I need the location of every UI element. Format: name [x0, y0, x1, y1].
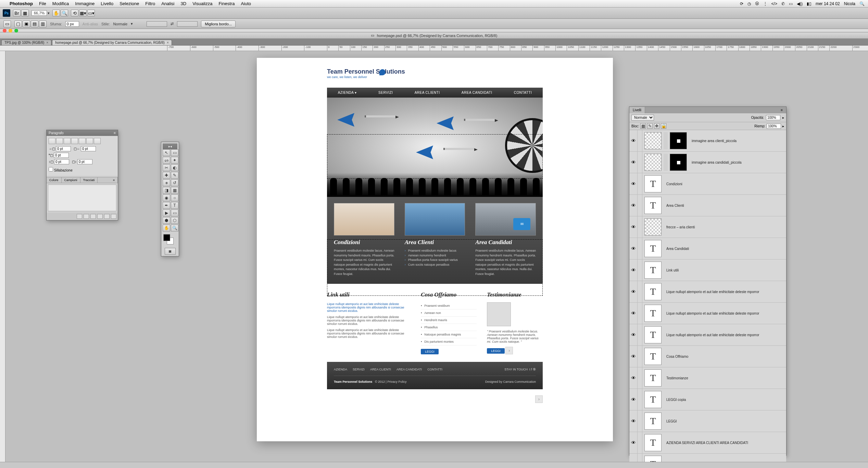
layer-name[interactable]: Lique nullupt atemporio et aut late enih…: [664, 312, 786, 315]
footer-link[interactable]: AREA CANDIDATI: [397, 368, 422, 371]
nav-link[interactable]: AZIENDA ▾: [338, 91, 357, 94]
layer-name[interactable]: Lique nullupt atemporio et aut late enih…: [664, 290, 786, 294]
layer-visibility-toggle[interactable]: 👁: [629, 346, 638, 367]
layer-thumbnail[interactable]: [644, 154, 662, 171]
layer-visibility-toggle[interactable]: 👁: [629, 367, 638, 389]
canvas-workspace[interactable]: Team Personnel Slutions we care, we list…: [0, 51, 868, 462]
panel-menu-icon[interactable]: ≡: [110, 177, 118, 183]
layer-row[interactable]: 👁TArea Clienti: [629, 195, 786, 216]
document-tab[interactable]: homepage.psd @ 66,7% (Designed by Carrar…: [52, 40, 172, 45]
swap-wh-icon[interactable]: ⇄: [171, 22, 174, 26]
eyedropper-tool[interactable]: ◐: [171, 164, 178, 171]
align-left-button[interactable]: [49, 138, 55, 144]
ruler-horizontal[interactable]: -700-600-500-400-300-200-100050100150200…: [0, 46, 868, 51]
mask-link-icon[interactable]: [664, 154, 668, 171]
lock-transparent-icon[interactable]: ▦: [640, 123, 646, 129]
read-more-button[interactable]: LEGGI: [421, 349, 439, 354]
history-brush-tool[interactable]: ↺: [171, 179, 178, 186]
menubar-user[interactable]: Nicola: [844, 1, 855, 6]
align-right-button[interactable]: [64, 138, 71, 144]
layer-visibility-toggle[interactable]: 👁: [629, 152, 638, 173]
status-time-machine-icon[interactable]: ◷: [747, 1, 751, 6]
layer-name[interactable]: Condizioni: [664, 182, 786, 186]
marquee-tool-icon[interactable]: ▭: [3, 21, 11, 27]
space-after-input[interactable]: [77, 159, 92, 164]
layer-row[interactable]: 👁TTestimonianze: [629, 367, 786, 389]
layer-link-cell[interactable]: [638, 260, 642, 281]
shape-tool[interactable]: ▭: [171, 210, 178, 216]
footer-link[interactable]: SERVIZI: [353, 368, 365, 371]
height-input[interactable]: [177, 21, 198, 27]
layer-row[interactable]: 👁TAZIENDA SERVIZI AREA CLIENTI AREA CAND…: [629, 432, 786, 454]
layer-link-cell[interactable]: [638, 346, 642, 367]
menu-selezione[interactable]: Selezione: [119, 1, 139, 6]
layer-name[interactable]: LEGGI copia: [664, 398, 786, 402]
path-select-tool[interactable]: ▶: [163, 210, 170, 216]
layer-thumbnail[interactable]: [644, 218, 662, 236]
layer-link-cell[interactable]: [638, 367, 642, 389]
justify-all-button[interactable]: [94, 138, 101, 144]
align-center-button[interactable]: [56, 138, 63, 144]
layer-name[interactable]: Area Candidati: [664, 247, 786, 251]
refine-edge-button[interactable]: Migliora bordo...: [201, 21, 236, 27]
text-layer-thumbnail[interactable]: T: [644, 326, 662, 343]
view-rotate-button[interactable]: ⟲: [71, 10, 78, 16]
justify-right-button[interactable]: [86, 138, 93, 144]
stamp-tool[interactable]: ⎈: [163, 179, 170, 186]
sel-subtract-button[interactable]: ▤: [31, 21, 38, 27]
3d-camera-tool[interactable]: ⬡: [171, 217, 178, 224]
blend-mode-select[interactable]: Normale: [631, 115, 654, 121]
marquee-tool[interactable]: ▭: [171, 149, 178, 156]
status-wifi-icon[interactable]: ⦿: [755, 1, 759, 6]
menu-filtro[interactable]: Filtro: [145, 1, 155, 6]
facebook-icon[interactable]: f: [531, 368, 532, 371]
window-close-button[interactable]: [3, 29, 7, 33]
zoom-tool-button[interactable]: 🔍: [61, 10, 68, 16]
crop-tool[interactable]: ✂: [163, 164, 170, 171]
tab-close-icon[interactable]: ×: [167, 41, 169, 45]
lock-pixels-icon[interactable]: ✎: [647, 123, 653, 129]
status-volume-icon[interactable]: ◀)): [797, 1, 803, 6]
layer-name[interactable]: Lique nullupt atemporio et aut late enih…: [664, 333, 786, 337]
window-minimize-button[interactable]: [9, 29, 12, 33]
menubar-clock[interactable]: mer 14 24 02: [816, 1, 840, 6]
panel-menu-icon[interactable]: ≡: [777, 107, 786, 113]
layer-visibility-toggle[interactable]: 👁: [629, 173, 638, 194]
width-input[interactable]: [147, 21, 167, 27]
status-display-icon[interactable]: ▭: [789, 1, 793, 6]
menu-livello[interactable]: Livello: [101, 1, 113, 6]
indent-left-input[interactable]: [56, 146, 71, 151]
lock-position-icon[interactable]: ✥: [654, 123, 659, 129]
menu-file[interactable]: File: [39, 1, 46, 6]
3d-tool[interactable]: ⬢: [163, 217, 170, 224]
justify-center-button[interactable]: [79, 138, 86, 144]
layer-name[interactable]: LEGGI: [664, 419, 786, 423]
tab-close-icon[interactable]: ×: [46, 41, 48, 45]
mask-link-icon[interactable]: [664, 132, 668, 149]
paragraph-panel[interactable]: Paragrafo≡ →▢ ▢← *▢ ↕▢ ▢↕ Sil: [46, 130, 118, 220]
text-layer-thumbnail[interactable]: T: [644, 348, 662, 365]
status-bluetooth-icon[interactable]: ⋮: [763, 1, 767, 6]
layer-name[interactable]: immagine area candidati_piccola: [689, 161, 786, 164]
screen-mode-button[interactable]: ▭▾: [87, 10, 95, 16]
quick-select-tool[interactable]: ✦: [171, 157, 178, 164]
nav-link[interactable]: SERVIZI: [378, 91, 393, 94]
layer-name[interactable]: Link utili: [664, 268, 786, 272]
window-zoom-button[interactable]: [14, 29, 18, 33]
hand-tool-button[interactable]: ✋: [52, 10, 60, 16]
layers-panel[interactable]: Livelli ≡ Normale Opacità: ▸ Bloc: ▦ ✎ ✥…: [629, 106, 787, 456]
status-sync-icon[interactable]: ⟳: [740, 1, 743, 6]
layer-link-cell[interactable]: [638, 410, 642, 432]
layer-row[interactable]: 👁TCondizioni: [629, 173, 786, 195]
footer-link[interactable]: CONTATTI: [427, 368, 442, 371]
text-layer-thumbnail[interactable]: T: [644, 305, 662, 322]
layer-link-cell[interactable]: [638, 324, 642, 345]
spotlight-icon[interactable]: 🔍: [859, 1, 865, 6]
first-line-input[interactable]: [54, 153, 69, 158]
text-layer-thumbnail[interactable]: T: [644, 240, 662, 257]
layer-visibility-toggle[interactable]: 👁: [629, 238, 638, 259]
layer-row[interactable]: 👁TLEGGI copia: [629, 389, 786, 410]
layer-link-cell[interactable]: [638, 303, 642, 324]
document-tab[interactable]: TPS.jpg @ 100% (RGB/8) ×: [1, 40, 51, 45]
indent-right-input[interactable]: [81, 146, 96, 151]
